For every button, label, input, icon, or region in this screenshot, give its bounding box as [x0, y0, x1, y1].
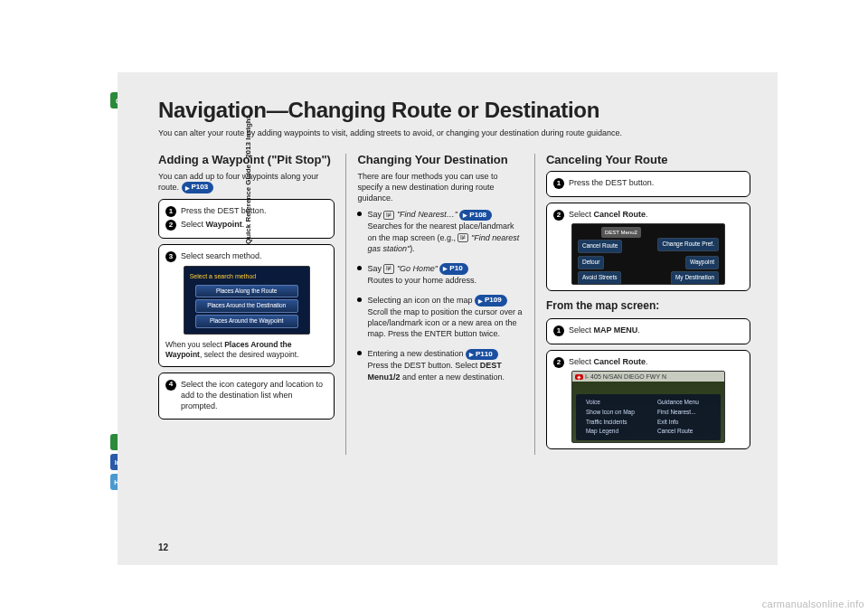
step3-text: Select search method. [181, 250, 262, 261]
map-menu-item: Traffic Incidents [586, 419, 639, 427]
cancel-stepbox-4: 2 Select Cancel Route. ◈ I- 405 N/SAN DI… [546, 350, 750, 449]
m1-after2: ). [410, 244, 415, 253]
m2-pre: Say [367, 264, 383, 273]
watermark: carmanualsonline.info [762, 599, 864, 609]
m1-quote: "Find Nearest…" [397, 210, 458, 219]
nav-screen-search-method: Select a search method Places Along the … [184, 266, 310, 335]
c-step1-text: Press the DEST button. [569, 177, 654, 188]
note-pre: When you select [165, 340, 224, 349]
voice-icon: ⊯ [383, 211, 394, 220]
screen-label: Waypoint [685, 256, 719, 269]
method-item: Say ⊯ "Find Nearest…" P108 Searches for … [357, 209, 523, 253]
m2-after: Routes to your home address. [367, 276, 476, 285]
m1-pre: Say [367, 210, 383, 219]
methods-list: Say ⊯ "Find Nearest…" P108 Searches for … [357, 209, 523, 382]
stepbox-3: 4 Select the icon category and location … [158, 373, 335, 420]
screen-top-label: DEST Menu2 [601, 227, 641, 238]
screen-label: Change Route Pref. [657, 238, 718, 251]
method-item: Say ⊯ "Go Home" P10 Routes to your home … [357, 263, 523, 286]
step-marker-2: 2 [553, 210, 564, 221]
bullet-icon [357, 351, 362, 355]
c4-pre: Select [569, 357, 594, 366]
map-menu-item: Cancel Route [657, 428, 711, 436]
screen-option: Places Along the Route [195, 285, 298, 298]
page-ref-pill[interactable]: P10 [439, 263, 467, 275]
method-item: Entering a new destination P110 Press th… [357, 348, 523, 382]
nav-screen-dest-menu: DEST Menu2 Cancel Route Change Route Pre… [571, 223, 725, 285]
page-ref-pill[interactable]: P103 [182, 182, 214, 193]
stepbox-2: 3 Select search method. Select a search … [158, 244, 335, 367]
method-item: Selecting an icon on the map P109 Scroll… [357, 295, 523, 339]
column-changing-destination: Changing Your Destination There are four… [346, 154, 534, 455]
m4-after-c: and enter a new destination. [400, 373, 505, 382]
map-menu-item: Voice [586, 399, 639, 407]
screen-option: Places Around the Waypoint [195, 315, 298, 328]
screen-label: Detour [578, 256, 605, 269]
column-cancel-route: Canceling Your Route 1 Press the DEST bu… [535, 154, 750, 455]
m3-pre: Selecting an icon on the map [367, 296, 475, 305]
side-section-label: Quick Reference Guide - 2013 Insight [244, 117, 252, 244]
step-marker-2: 2 [165, 220, 176, 231]
column-adding-waypoint: Adding a Waypoint ("Pit Stop") You can a… [158, 154, 346, 455]
step-marker-3: 3 [165, 251, 176, 262]
c4-post: . [646, 357, 648, 366]
nav-screen-map-menu: ◈ I- 405 N/SAN DIEGO FWY N VoiceGuidance… [571, 371, 725, 443]
voice-icon: ⊯ [458, 233, 468, 242]
map-header: ◈ I- 405 N/SAN DIEGO FWY N [572, 372, 724, 382]
stepbox2-note: When you select Places Around the Waypoi… [165, 340, 327, 361]
step-marker-4: 4 [165, 380, 176, 391]
c-step2-text: Select Cancel Route. [569, 209, 648, 220]
m3-after: Scroll the map to position the cursor ov… [367, 307, 522, 338]
screen-label: Cancel Route [578, 240, 622, 253]
step-marker-1: 1 [165, 206, 176, 217]
screen-label: Avoid Streets [578, 271, 622, 285]
bullet-icon [357, 266, 362, 270]
m4-after-a: Press the DEST button. Select [367, 361, 479, 370]
c2-pre: Select [569, 210, 594, 219]
screen-title: Select a search method [188, 270, 306, 282]
map-header-text: I- 405 N/SAN DIEGO FWY N [585, 373, 666, 380]
screen-label: My Destination [671, 271, 719, 285]
step2-bold: Waypoint [206, 220, 242, 229]
cancel-stepbox-2: 2 Select Cancel Route. DEST Menu2 Cancel… [546, 203, 750, 291]
manual-page: Quick Reference Guide - 2013 Insight Nav… [118, 72, 778, 565]
c2-bold: Cancel Route [593, 210, 646, 219]
step2-pre: Select [181, 220, 206, 229]
map-menu-item: Exit Info [657, 419, 711, 427]
page-number: 12 [158, 542, 168, 552]
step4-text: Select the icon category and location to… [181, 379, 327, 411]
c4-bold: Cancel Route [593, 357, 646, 366]
note-post: , select the desired waypoint. [200, 350, 299, 359]
route-shield-icon: ◈ [575, 374, 583, 380]
m4-pre: Entering a new destination [367, 349, 466, 358]
m2-quote: "Go Home" [397, 264, 438, 273]
c-step3-text: Select MAP MENU. [569, 325, 640, 335]
map-menu-item: Find Nearest... [657, 409, 711, 417]
c2-post: . [646, 210, 648, 219]
page-ref-pill[interactable]: P110 [466, 349, 498, 361]
page-ref-pill[interactable]: P109 [475, 295, 507, 306]
c3-post: . [637, 325, 640, 335]
c3-pre: Select [569, 325, 594, 335]
step-marker-1: 1 [553, 325, 564, 336]
step2-text: Select Waypoint. [181, 219, 244, 230]
c3-bold: MAP MENU [593, 325, 637, 335]
bullet-icon [357, 212, 362, 216]
step-marker-1: 1 [553, 178, 564, 189]
screen-option: Places Around the Destination [195, 299, 298, 313]
step-marker-2: 2 [553, 357, 564, 368]
heading-cancel-route: Canceling Your Route [546, 154, 750, 167]
change-dest-para: There are four methods you can use to sp… [357, 171, 523, 203]
heading-change-dest: Changing Your Destination [357, 154, 523, 167]
step1-text: Press the DEST button. [181, 205, 266, 216]
bullet-icon [357, 297, 362, 302]
sub-heading-from-map: From the map screen: [546, 298, 750, 313]
map-menu-item: Guidance Menu [657, 399, 711, 407]
c-step4-text: Select Cancel Route. [569, 356, 648, 367]
map-menu-item: Show Icon on Map [586, 409, 639, 417]
cancel-stepbox-3: 1 Select MAP MENU. [546, 318, 750, 344]
cancel-stepbox-1: 1 Press the DEST button. [546, 171, 750, 197]
map-menu-item: Map Legend [586, 428, 639, 436]
page-ref-pill[interactable]: P108 [459, 210, 492, 222]
voice-icon: ⊯ [383, 264, 394, 273]
